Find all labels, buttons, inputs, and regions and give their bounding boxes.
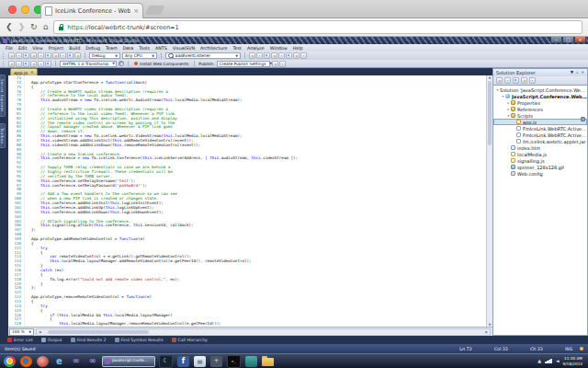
close-icon[interactable]: × xyxy=(581,71,584,75)
paste-icon[interactable] xyxy=(60,52,66,59)
vs-close-icon[interactable]: × xyxy=(574,37,586,43)
bottom-tab-find-results-2[interactable]: Find Results 2 xyxy=(68,337,109,344)
comment-icon[interactable] xyxy=(264,52,270,59)
tree-item-app-js[interactable]: app.js xyxy=(493,119,587,125)
bookmark-icon[interactable] xyxy=(278,52,285,59)
tree-item-fm-icelink-webrtc-applet-jar[interactable]: fm.icelink.webrtc.applet.jar xyxy=(493,138,587,144)
outline-icon[interactable] xyxy=(286,52,292,59)
tree-item-web-config[interactable]: Web.config xyxy=(493,170,587,177)
vertical-scrollbar[interactable]: ▲ ▼ xyxy=(486,75,492,327)
find-combo[interactable]: addEventListener ▼ xyxy=(165,52,241,59)
gear-icon[interactable] xyxy=(119,61,124,66)
back-icon[interactable]: ❮ xyxy=(6,23,13,31)
address-bar[interactable]: https://local/webrtc-trunk/#screen=1 xyxy=(53,20,582,34)
vs-minimize-icon[interactable]: – xyxy=(550,37,562,43)
vs1-taskbar-icon[interactable]: ∞ xyxy=(70,356,82,367)
view-code-icon[interactable] xyxy=(521,77,527,84)
tools-taskbar-icon[interactable]: + xyxy=(210,356,222,367)
bottom-tab-output[interactable]: Output xyxy=(39,337,65,344)
indent-icon[interactable] xyxy=(293,52,300,59)
taskbar-active-window[interactable]: JavaScript.Confe... xyxy=(102,356,155,367)
menu-data[interactable]: Data xyxy=(120,46,136,51)
chrome-taskbar-icon[interactable] xyxy=(4,356,16,367)
ie-taskbar-icon[interactable]: e xyxy=(53,356,65,367)
scrollbar-thumb[interactable] xyxy=(488,81,492,145)
toolbar-grip[interactable] xyxy=(3,52,6,59)
doctype-dropdown[interactable]: XHTML 1.0 Transitional▼ xyxy=(60,61,117,67)
volume-icon[interactable]: ◄ xyxy=(556,359,560,363)
copy-icon[interactable] xyxy=(52,52,59,59)
menu-window[interactable]: Window xyxy=(267,46,290,51)
vs-maximize-icon[interactable]: □ xyxy=(562,37,574,43)
redo-icon[interactable] xyxy=(74,52,81,59)
menu-ants[interactable]: ANTS xyxy=(153,46,170,51)
uncomment-icon[interactable] xyxy=(271,52,277,59)
tree-item-spinner-128x128-gif[interactable]: spinner_128x128.gif xyxy=(493,164,587,170)
save-icon[interactable] xyxy=(30,52,37,59)
tree-item-index-htm[interactable]: index.htm xyxy=(493,144,587,151)
extension-manager-icon[interactable] xyxy=(279,61,286,67)
tree-item-fmicelink-webrtc-activex-x86-cab[interactable]: FmIceLink.WebRTC.ActiveX.x86.cab xyxy=(493,132,587,138)
stop-debug-icon[interactable] xyxy=(23,61,29,67)
add-item-icon[interactable] xyxy=(16,52,22,59)
media-taskbar-icon[interactable] xyxy=(37,356,49,367)
tray-expand-icon[interactable]: ▲ xyxy=(537,359,541,363)
menu-view[interactable]: View xyxy=(29,46,45,51)
home-icon[interactable]: ⌂ xyxy=(43,23,49,31)
menu-project[interactable]: Project xyxy=(46,46,66,51)
scroll-right-icon[interactable]: ▶ xyxy=(485,330,488,334)
pin-icon[interactable]: ⊥ xyxy=(575,71,579,75)
moon-taskbar-icon[interactable]: ☾ xyxy=(159,355,173,368)
break-all-icon[interactable] xyxy=(16,61,22,67)
forward-icon[interactable]: ❯ xyxy=(18,23,26,31)
browser-tab[interactable]: IceLink Conference - WebR × xyxy=(40,3,143,18)
bottom-tab-find-symbol-results[interactable]: Find Symbol Results xyxy=(112,337,166,344)
menu-edit[interactable]: Edit xyxy=(16,46,29,51)
bottom-tab-call-hierarchy[interactable]: Call Hierarchy xyxy=(169,337,210,344)
menu-architecture[interactable]: Architecture xyxy=(198,46,230,51)
tree-item-localmedia-js[interactable]: localMedia.js xyxy=(493,151,587,157)
new-tab-button[interactable] xyxy=(145,6,164,15)
tree-item-javascript-conference-webrtc[interactable]: ▾JavaScript.Conference.WebRTC xyxy=(493,93,587,99)
find-icon[interactable] xyxy=(249,52,255,59)
undo-icon[interactable] xyxy=(67,52,74,59)
chevron-down-icon[interactable]: ▼ xyxy=(571,71,573,75)
menu-visualsvn[interactable]: VisualSVN xyxy=(170,46,198,51)
tray-clock[interactable]: 11:30 AM 9/18/2013 xyxy=(563,356,582,366)
step-out-icon[interactable] xyxy=(45,61,51,67)
menu-file[interactable]: File xyxy=(3,46,16,51)
tree-item-fmicelink-webrtc-activex-x64-cab[interactable]: FmIceLink.WebRTC.ActiveX.x64.cab xyxy=(493,125,587,132)
solution-explorer-header[interactable]: Solution Explorer ▼ ⊥ × xyxy=(492,68,588,76)
solution-config-dropdown[interactable]: Debug▼ xyxy=(89,52,120,59)
step-into-icon[interactable] xyxy=(30,61,37,67)
install-web-components-button[interactable]: Install Web Components xyxy=(132,62,190,66)
document-taskbar-icon[interactable]: ▤ xyxy=(194,356,206,367)
network-icon[interactable] xyxy=(545,359,552,363)
ssl-lock-icon[interactable] xyxy=(59,27,63,30)
reload-icon[interactable]: ↻ xyxy=(30,23,38,31)
toolbar-grip[interactable] xyxy=(3,61,6,67)
menu-tools[interactable]: Tools xyxy=(136,46,153,51)
find-in-files-icon[interactable] xyxy=(256,52,263,59)
firefox-taskbar-icon[interactable] xyxy=(20,356,32,367)
tree-item-solution-javascript-conference-webrtc-1-pro[interactable]: ▾Solution 'JavaScript.Conference.WebRTC'… xyxy=(493,86,587,93)
outdent-icon[interactable] xyxy=(300,52,307,59)
open-file-icon[interactable] xyxy=(23,52,29,59)
scroll-left-icon[interactable]: ◀ xyxy=(39,330,41,334)
vs-titlebar[interactable]: JavaScript.Conference.WebRTC - Microsoft… xyxy=(0,37,588,44)
side-tab-toolbox[interactable]: Toolbox xyxy=(0,123,6,148)
code-surface[interactable]: 7374App.prototype.startConference = func… xyxy=(8,75,486,327)
menu-build[interactable]: Build xyxy=(66,46,83,51)
platform-dropdown[interactable]: Any CPU▼ xyxy=(122,52,157,59)
appteal-taskbar-icon[interactable] xyxy=(245,356,257,367)
menu-help[interactable]: Help xyxy=(290,46,306,51)
cut-icon[interactable] xyxy=(45,52,51,59)
menu-analyze[interactable]: Analyze xyxy=(244,46,267,51)
new-project-icon[interactable] xyxy=(8,52,15,59)
bottom-tab-error-list[interactable]: Error List xyxy=(5,337,36,344)
save-all-icon[interactable] xyxy=(38,52,44,59)
tab-close-icon[interactable]: × xyxy=(133,8,139,15)
close-icon[interactable]: × xyxy=(30,70,34,75)
view-designer-icon[interactable] xyxy=(529,77,536,84)
menu-test[interactable]: Test xyxy=(230,46,243,51)
